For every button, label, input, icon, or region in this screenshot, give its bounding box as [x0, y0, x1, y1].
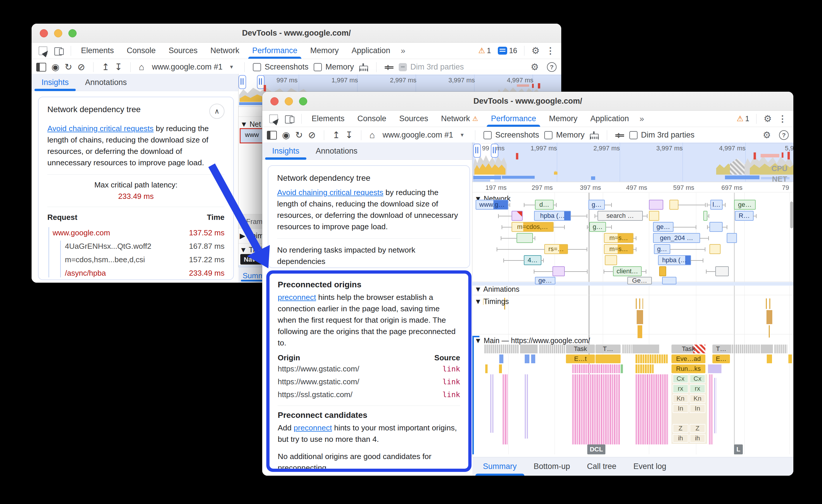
upload-profile-icon[interactable]: ↥ — [102, 62, 109, 72]
flame-item[interactable]: l… — [710, 200, 723, 210]
tab-memory[interactable]: Memory — [543, 111, 583, 127]
flame-item[interactable]: rs=… — [544, 244, 568, 254]
more-tabs-icon[interactable]: » — [397, 46, 409, 55]
flame-item[interactable]: Task — [672, 345, 705, 353]
tab-network[interactable]: Network — [204, 43, 245, 59]
flame-item[interactable]: Run…ks — [672, 364, 705, 373]
flame-item[interactable]: rx — [690, 384, 705, 393]
flame-item[interactable]: gen_204 … — [653, 233, 700, 243]
device-toolbar-icon[interactable] — [54, 47, 64, 55]
tab-call-tree[interactable]: Call tree — [579, 457, 624, 476]
flame-item[interactable]: T… — [595, 345, 621, 353]
device-toolbar-icon[interactable] — [285, 115, 294, 123]
collapse-chevron-icon[interactable]: ∧ — [209, 104, 225, 119]
tab-annotations[interactable]: Annotations — [78, 74, 134, 91]
table-row[interactable]: m=cdos,hsm...bee,d,csi 157.22 ms — [47, 253, 225, 266]
flame-item[interactable] — [659, 266, 666, 276]
inspect-element-icon[interactable] — [269, 114, 278, 123]
table-row[interactable]: https://www.gstatic.com/ link — [278, 375, 460, 388]
table-row[interactable]: 4UaGrENHsx...QtG.woff2 167.87 ms — [47, 239, 225, 253]
preconnected-origins-card[interactable]: Preconnected origins preconnect hints he… — [270, 274, 468, 469]
flame-item[interactable]: R… — [735, 211, 754, 221]
flame-item[interactable]: In — [673, 404, 689, 413]
tab-event-log[interactable]: Event log — [626, 457, 674, 476]
reload-record-icon[interactable]: ↻ — [65, 62, 72, 72]
inspect-element-icon[interactable] — [39, 46, 47, 55]
record-icon[interactable]: ◉ — [51, 62, 59, 72]
screenshots-checkbox[interactable]: Screenshots — [483, 131, 539, 140]
flame-item[interactable]: g… — [588, 200, 605, 210]
flame-item[interactable]: m=s… — [604, 233, 634, 243]
flame-item[interactable]: Kn — [690, 394, 705, 403]
titlebar[interactable]: DevTools - www.google.com/ — [262, 92, 793, 111]
tab-insights[interactable]: Insights — [265, 142, 306, 159]
download-profile-icon[interactable]: ↧ — [345, 131, 353, 140]
avoid-chaining-link[interactable]: Avoid chaining critical requests — [47, 124, 153, 133]
table-row[interactable]: https://ssl.gstatic.com/ link — [278, 388, 460, 401]
tab-insights[interactable]: Insights — [34, 74, 76, 91]
flame-item[interactable]: client… — [613, 266, 642, 276]
toggle-sidebar-icon[interactable] — [267, 131, 277, 140]
toggle-sidebar-icon[interactable] — [36, 63, 46, 72]
memory-checkbox[interactable]: Memory — [314, 62, 354, 72]
flame-item[interactable] — [670, 200, 679, 210]
flame-item[interactable]: Cx — [690, 374, 705, 383]
timeline-label[interactable]: ▼ Animations — [474, 285, 519, 293]
flame-item[interactable]: ih — [673, 434, 689, 443]
flame-item[interactable] — [649, 200, 663, 210]
zoom-button[interactable] — [299, 97, 307, 105]
flame-item[interactable]: DCL — [587, 444, 605, 454]
flame-item[interactable]: Task — [566, 345, 595, 353]
screenshots-checkbox[interactable]: Screenshots — [253, 62, 308, 72]
timeline-label[interactable]: ▼ Timings — [474, 297, 509, 306]
flame-item[interactable] — [511, 211, 523, 221]
kebab-menu-icon[interactable]: ⋮ — [776, 114, 789, 124]
flame-item[interactable]: g… — [589, 222, 606, 232]
warnings-badge[interactable]: ⚠1 — [734, 114, 752, 123]
table-row[interactable]: https://www.gstatic.com/ link — [278, 362, 460, 375]
tab-console[interactable]: Console — [121, 43, 162, 59]
tab-network[interactable]: Network⚠ — [435, 111, 484, 127]
capture-settings-gear-icon[interactable]: ⚙ — [528, 62, 542, 72]
minimize-button[interactable] — [285, 97, 293, 105]
shortcuts-dialog-icon[interactable] — [615, 131, 624, 140]
flame-item[interactable]: d… — [535, 200, 554, 210]
tab-console[interactable]: Console — [352, 111, 392, 127]
home-icon[interactable]: ⌂ — [370, 131, 375, 140]
avoid-chaining-link[interactable]: Avoid chaining critical requests — [277, 188, 383, 197]
kebab-menu-icon[interactable]: ⋮ — [544, 46, 557, 56]
flame-item[interactable]: In — [690, 404, 705, 413]
flame-item[interactable]: Eve…ad — [672, 354, 705, 363]
table-row[interactable]: /async/hpba 233.49 ms — [47, 266, 225, 280]
tab-elements[interactable]: Elements — [306, 111, 351, 127]
target-selector[interactable]: www.google.com #1▼ — [380, 131, 467, 140]
download-profile-icon[interactable]: ↧ — [114, 62, 122, 72]
flame-item[interactable]: Cx — [673, 374, 689, 383]
clear-icon[interactable]: ⊘ — [77, 62, 85, 72]
flame-item[interactable]: www.g… — [476, 200, 508, 210]
issues-badge[interactable]: 16 — [495, 46, 520, 55]
flame-item[interactable]: E…t — [566, 354, 595, 363]
flame-item[interactable]: hpba (… — [658, 255, 691, 265]
flame-item[interactable]: ge… — [535, 277, 555, 284]
flame-item[interactable]: Z — [690, 424, 705, 433]
upload-profile-icon[interactable]: ↥ — [332, 131, 340, 140]
flame-item[interactable] — [595, 354, 621, 363]
flame-item[interactable] — [727, 233, 737, 243]
flame-item[interactable]: Kn — [673, 394, 689, 403]
more-tabs-icon[interactable]: » — [636, 114, 648, 124]
flame-item[interactable]: ih — [690, 434, 705, 443]
flame-item[interactable] — [662, 277, 677, 284]
flame-item[interactable]: 4… — [524, 255, 541, 265]
flame-item[interactable]: L — [734, 444, 743, 454]
shortcuts-dialog-icon[interactable] — [385, 62, 393, 72]
flame-item[interactable]: rx — [673, 384, 689, 393]
tab-sources[interactable]: Sources — [163, 43, 203, 59]
timeline-label[interactable]: ▼ Network — [474, 194, 510, 203]
flame-item[interactable]: hpba (… — [534, 211, 571, 221]
collect-garbage-icon[interactable] — [590, 134, 599, 140]
tab-application[interactable]: Application — [584, 111, 635, 127]
tab-memory[interactable]: Memory — [304, 43, 345, 59]
flame-item[interactable]: T… — [712, 345, 730, 353]
flame-item[interactable] — [710, 244, 721, 254]
